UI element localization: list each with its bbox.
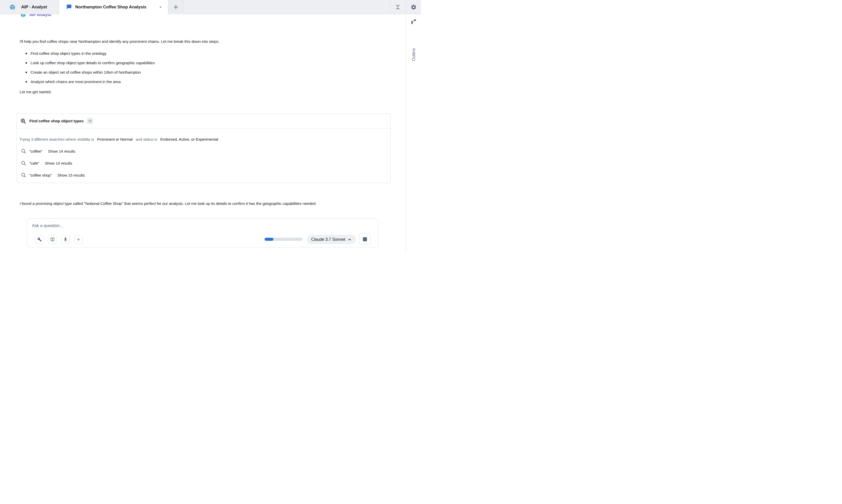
plan-step: Find coffee shop object types in the ont… (25, 49, 155, 58)
tool-card-body: Trying 3 different searches where visibi… (17, 128, 390, 181)
filter-connector: and status is (136, 137, 157, 141)
question-composer: Claude 3.7 Sonnet (27, 218, 378, 247)
search-query: "coffee shop" (29, 173, 52, 178)
wrench-icon (37, 237, 42, 242)
assistant-followup-text: I found a promising object type called "… (20, 199, 359, 208)
search-row: "cafe" Show 14 results (19, 157, 387, 169)
outline-tab[interactable]: Outline (406, 42, 421, 67)
search-icon (21, 161, 26, 166)
aip-logo-icon (10, 4, 16, 10)
assistant-outro-text: Let me get started. (20, 88, 359, 96)
model-selector[interactable]: Claude 3.7 Sonnet (307, 235, 356, 244)
show-results-link[interactable]: Show 14 results (48, 149, 75, 154)
document-tab-title: Northampton Coffee Shop Analysis (75, 5, 146, 10)
outline-tab-label: Outline (411, 48, 416, 61)
rerun-tool-button[interactable] (87, 118, 93, 124)
progress-fill (265, 238, 273, 241)
search-query: "coffee" (29, 149, 42, 154)
new-tab-button[interactable] (168, 0, 184, 14)
tool-run-card: Find coffee shop object types Trying 3 d… (17, 114, 391, 183)
chevron-down-icon[interactable] (158, 5, 163, 10)
chat-bubble-icon (66, 4, 72, 10)
filter-status-value: Endorsed, Active, or Experimental (160, 137, 218, 141)
expand-panel-button[interactable] (410, 18, 417, 25)
plus-icon (76, 237, 81, 242)
settings-button[interactable] (406, 0, 421, 14)
tool-card-title: Find coffee shop object types (29, 119, 84, 123)
app-tab-label: AIP · Analyst (21, 5, 47, 10)
assistant-name: AIP Analyst (29, 14, 51, 17)
aip-analyst-window: AIP · Analyst Northampton Coffee Shop An… (0, 0, 421, 252)
search-icon (21, 173, 26, 178)
show-results-link[interactable]: Show 15 results (57, 173, 85, 178)
search-icon (21, 148, 26, 154)
stop-generation-button[interactable] (359, 234, 371, 245)
chevron-up-icon (347, 237, 352, 241)
refresh-icon (88, 119, 92, 123)
conversation-area: AIP Analyst I'll help you find coffee sh… (0, 14, 406, 252)
question-input[interactable] (31, 222, 210, 230)
search-row: "coffee" Show 14 results (19, 145, 387, 157)
collapse-icon (395, 4, 400, 10)
plan-step: Look up coffee shop object type details … (25, 58, 155, 68)
composer-toolbar (35, 235, 83, 244)
top-tab-bar: AIP · Analyst Northampton Coffee Shop An… (0, 0, 421, 14)
app-home-tab[interactable]: AIP · Analyst (0, 0, 59, 14)
gear-icon (411, 4, 417, 10)
search-query: "cafe" (29, 161, 39, 166)
knowledge-button[interactable] (48, 235, 57, 244)
search-result-list: "coffee" Show 14 results "cafe" Show 14 … (19, 145, 387, 181)
show-results-link[interactable]: Show 14 results (45, 161, 72, 166)
document-tab[interactable]: Northampton Coffee Shop Analysis (59, 0, 168, 14)
expand-icon (411, 19, 417, 25)
plus-icon (173, 4, 179, 10)
assistant-message-header: AIP Analyst (20, 14, 51, 18)
tools-button[interactable] (35, 235, 44, 244)
stop-icon (363, 237, 367, 241)
search-text-icon (20, 118, 26, 124)
aip-analyst-avatar-icon (20, 14, 26, 18)
token-usage-progress-bar (265, 238, 303, 241)
search-row: "coffee shop" Show 15 results (19, 169, 387, 181)
assistant-intro-text: I'll help you find coffee shops near Nor… (20, 38, 359, 46)
right-rail: Outline (406, 14, 421, 252)
tool-card-header: Find coffee shop object types (17, 114, 390, 128)
plan-step: Create an object set of coffee shops wit… (25, 68, 155, 77)
plan-step: Analyze which chains are most prominent … (25, 77, 155, 86)
search-filter-line: Trying 3 different searches where visibi… (19, 137, 387, 142)
plan-step-list: Find coffee shop object types in the ont… (25, 49, 155, 86)
microphone-icon (63, 237, 68, 242)
microphone-button[interactable] (61, 235, 70, 244)
filter-visibility-value: Prominent or Normal (97, 137, 132, 141)
book-icon (50, 237, 55, 242)
model-name: Claude 3.7 Sonnet (311, 237, 345, 242)
collapse-all-button[interactable] (390, 0, 406, 14)
add-attachment-button[interactable] (74, 235, 83, 244)
filter-prefix: Trying 3 different searches where visibi… (19, 137, 94, 141)
